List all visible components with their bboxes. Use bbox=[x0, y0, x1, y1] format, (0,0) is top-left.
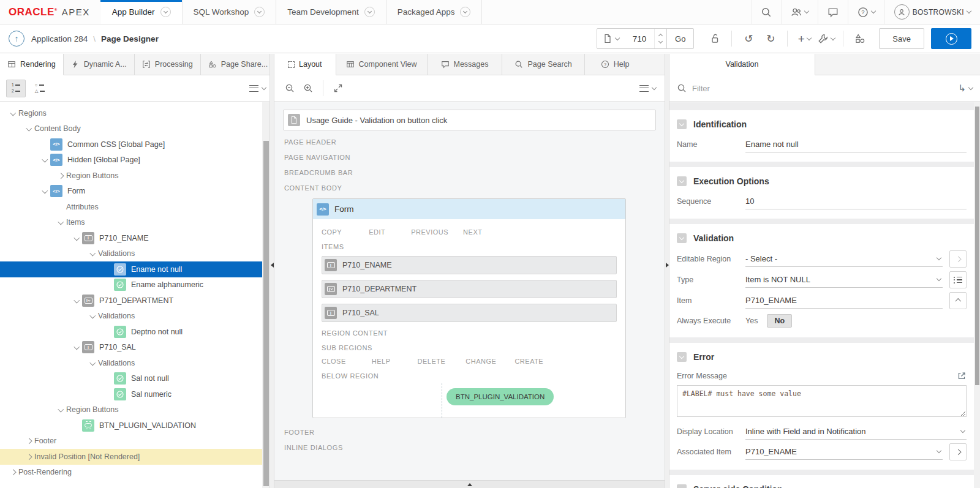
tab-layout[interactable]: Layout bbox=[274, 54, 336, 75]
zoom-out-button[interactable] bbox=[281, 79, 299, 97]
btn-plugin-validation-button[interactable]: BTN_PLUGIN_VALIDATION bbox=[447, 388, 554, 405]
expand-toggle-icon[interactable] bbox=[23, 127, 34, 130]
tree-item-p710-ename[interactable]: IP710_ENAME bbox=[0, 230, 262, 246]
tab-messages[interactable]: Messages bbox=[428, 54, 503, 75]
expand-toggle-icon[interactable] bbox=[87, 315, 98, 318]
quick-pick-button[interactable] bbox=[949, 271, 967, 288]
tree-item-items[interactable]: Items bbox=[0, 215, 262, 231]
global-search-button[interactable] bbox=[751, 0, 781, 24]
tab-rendering[interactable]: Rendering bbox=[0, 54, 64, 75]
tab-component-view[interactable]: Component View bbox=[336, 54, 428, 75]
go-to-item-button[interactable] bbox=[949, 443, 967, 460]
tree-item-p710-sal[interactable]: IP710_SAL bbox=[0, 340, 262, 356]
expand-toggle-icon[interactable] bbox=[39, 190, 50, 193]
tree-scrollbar[interactable] bbox=[262, 102, 270, 488]
copy-action[interactable]: COPY bbox=[322, 228, 342, 236]
tree-group-toggle-button[interactable]: ○ △ bbox=[30, 80, 50, 97]
collapse-section-icon[interactable] bbox=[677, 352, 687, 362]
stepper-up-icon[interactable] bbox=[658, 34, 663, 38]
layout-item-p710-department[interactable]: I P710_DEPARTMENT bbox=[322, 280, 617, 298]
right-splitter[interactable] bbox=[665, 54, 669, 488]
chevron-down-icon[interactable] bbox=[254, 7, 265, 17]
section-header[interactable]: Error bbox=[669, 345, 974, 367]
tree-item-validations[interactable]: Validations bbox=[0, 309, 262, 325]
page-number-input[interactable] bbox=[625, 29, 654, 48]
edit-action[interactable]: EDIT bbox=[369, 228, 385, 236]
tree-item-ename-alphanumeric[interactable]: Ename alphanumeric bbox=[0, 277, 262, 293]
section-header[interactable]: Execution Options bbox=[669, 170, 974, 192]
section-header[interactable]: Server-side Condition bbox=[669, 478, 974, 488]
go-to-group-icon[interactable]: ↳ bbox=[958, 83, 966, 94]
left-panel-menu-button[interactable] bbox=[247, 85, 268, 92]
tree-item-invalid-position[interactable]: Invalid Position [Not Rendered] bbox=[0, 449, 262, 465]
change-action[interactable]: CHANGE bbox=[466, 358, 496, 365]
collapse-section-icon[interactable] bbox=[677, 484, 687, 488]
expand-toggle-icon[interactable] bbox=[7, 112, 18, 115]
save-button[interactable]: Save bbox=[879, 28, 924, 49]
form-region-header[interactable]: </> Form bbox=[313, 199, 625, 219]
stepper-down-icon[interactable] bbox=[658, 39, 663, 43]
tree-item-btn-plugin-validation[interactable]: BTN_PLUGIN_VALIDATION bbox=[0, 418, 262, 434]
expand-toggle-icon[interactable] bbox=[71, 299, 82, 302]
breadcrumb-application[interactable]: Application 284 bbox=[31, 34, 88, 43]
tree-item-sal-numeric[interactable]: Sal numeric bbox=[0, 386, 262, 402]
next-action[interactable]: NEXT bbox=[463, 228, 482, 236]
tab-help[interactable]: Help bbox=[585, 54, 665, 75]
utilities-menu-button[interactable] bbox=[815, 28, 837, 49]
delete-action[interactable]: DELETE bbox=[418, 358, 446, 365]
nav-tab-app-builder[interactable]: App Builder bbox=[101, 0, 183, 24]
go-to-region-button[interactable] bbox=[949, 250, 967, 268]
tree-item-attributes[interactable]: Attributes bbox=[0, 199, 262, 215]
chevron-down-icon[interactable] bbox=[364, 7, 375, 17]
always-execute-no-option[interactable]: No bbox=[767, 314, 792, 328]
tab-processing[interactable]: Processing bbox=[135, 54, 201, 75]
shared-components-button[interactable] bbox=[849, 28, 871, 49]
tree-item-hidden[interactable]: </>Hidden [Global Page] bbox=[0, 152, 262, 168]
sequence-input[interactable]: 10 bbox=[745, 193, 967, 209]
collapse-section-icon[interactable] bbox=[677, 233, 687, 243]
error-message-textarea[interactable]: #LABEL# must have some value bbox=[677, 385, 967, 417]
tree-item-validations[interactable]: Validations bbox=[0, 246, 262, 262]
expand-toggle-icon[interactable] bbox=[71, 346, 82, 349]
create-menu-button[interactable]: + bbox=[793, 28, 815, 49]
bottom-splitter[interactable] bbox=[274, 480, 665, 488]
tree-item-region-buttons[interactable]: Region Buttons bbox=[0, 168, 262, 184]
item-input[interactable]: P710_ENAME bbox=[745, 293, 943, 309]
tree-item-region-buttons[interactable]: Region Buttons bbox=[0, 402, 262, 418]
section-header[interactable]: Identification bbox=[669, 113, 974, 135]
display-location-select[interactable]: Inline with Field and in Notification bbox=[745, 424, 967, 440]
expand-all-button[interactable] bbox=[329, 79, 347, 97]
tree-item-content-body[interactable]: Content Body bbox=[0, 121, 262, 137]
nav-tab-packaged-apps[interactable]: Packaged Apps bbox=[386, 0, 483, 24]
redo-button[interactable]: ↻ bbox=[760, 28, 782, 49]
property-scrollbar[interactable] bbox=[974, 102, 980, 488]
associated-item-select[interactable]: P710_ENAME bbox=[745, 444, 943, 460]
expand-toggle-icon[interactable] bbox=[55, 174, 66, 178]
expand-toggle-icon[interactable] bbox=[87, 362, 98, 365]
tree-order-toggle-button[interactable]: 1 2 bbox=[6, 80, 26, 97]
name-input[interactable]: Ename not null bbox=[745, 137, 967, 152]
page-number-stepper[interactable] bbox=[654, 29, 666, 48]
tree-item-common-css[interactable]: </>Common CSS [Global Page] bbox=[0, 137, 262, 152]
tree-item-post-rendering[interactable]: Post-Rendering bbox=[0, 465, 262, 481]
layout-menu-button[interactable] bbox=[637, 85, 658, 92]
form-region-box[interactable]: </> Form COPY EDIT PREVIOUS NEXT ITEMS I bbox=[312, 198, 626, 418]
editable-region-select[interactable]: - Select - bbox=[745, 251, 943, 267]
tree-item-deptno-not-null[interactable]: Deptno not null bbox=[0, 324, 262, 340]
up-to-app-button[interactable]: ↑ bbox=[9, 31, 24, 47]
left-splitter[interactable] bbox=[270, 54, 274, 488]
expand-toggle-icon[interactable] bbox=[7, 470, 18, 475]
scrollbar-thumb[interactable] bbox=[975, 107, 979, 385]
expand-toggle-icon[interactable] bbox=[55, 221, 66, 224]
expand-toggle-icon[interactable] bbox=[23, 439, 34, 443]
collapse-section-icon[interactable] bbox=[677, 176, 687, 186]
tab-dynamic-actions[interactable]: Dynamic A... bbox=[64, 54, 135, 75]
administration-menu-button[interactable] bbox=[781, 0, 818, 24]
chevron-down-icon[interactable] bbox=[460, 7, 470, 17]
tree-item-ename-not-null[interactable]: Ename not null bbox=[0, 261, 262, 277]
tree-item-regions[interactable]: Regions bbox=[0, 105, 262, 121]
run-page-button[interactable] bbox=[931, 28, 971, 49]
expand-toggle-icon[interactable] bbox=[23, 455, 34, 459]
expand-toggle-icon[interactable] bbox=[39, 159, 50, 162]
go-button[interactable]: Go bbox=[666, 29, 693, 48]
